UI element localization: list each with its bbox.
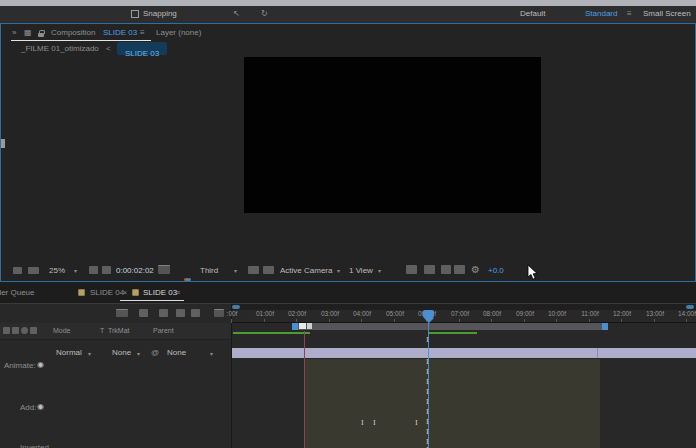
workspace-small-screen[interactable]: Small Screen	[643, 9, 691, 19]
playhead-line[interactable]	[428, 318, 429, 448]
snapping-label[interactable]: Snapping	[143, 9, 177, 19]
share-view-icon[interactable]	[406, 265, 417, 274]
parent-chevron-icon[interactable]: ▾	[210, 350, 213, 358]
breadcrumb-parent[interactable]: _FILME 01_otimizado	[21, 44, 99, 54]
always-preview-icon[interactable]	[13, 267, 22, 274]
workspace-menu-icon[interactable]: ≡	[627, 9, 632, 19]
column-trkmat[interactable]: TrkMat	[108, 327, 130, 335]
ruler-tick-label: 01:00f	[253, 310, 277, 317]
column-t[interactable]: T	[100, 327, 104, 335]
ruler-tick-label: 05:00f	[383, 310, 407, 317]
breadcrumb-current: SLIDE 03	[125, 49, 159, 58]
add-button-icon[interactable]: ◉	[37, 402, 44, 412]
region-of-interest-icon[interactable]	[102, 266, 111, 274]
resolution-chevron-icon[interactable]: ▾	[234, 267, 237, 275]
video-column-icon[interactable]	[3, 327, 10, 334]
app-toolbar: Snapping ↖ ↻ Default Standard ≡ Small Sc…	[0, 6, 696, 23]
inverted-label: Inverted	[20, 443, 49, 448]
composition-tab-label[interactable]: Composition	[51, 28, 95, 38]
tab-slide04[interactable]: SLIDE 04	[90, 288, 124, 298]
view-select[interactable]: Active Camera	[280, 266, 332, 276]
lock-icon[interactable]	[38, 33, 44, 37]
main-viewer-icon[interactable]	[28, 267, 39, 274]
ruler-tick-label: 03:00f	[318, 310, 342, 317]
resolution-select[interactable]: Third	[200, 266, 218, 276]
layer-bar-notch	[597, 348, 598, 358]
work-area-marker-box[interactable]	[299, 323, 306, 329]
exposure-gear-icon[interactable]: ⚙	[471, 264, 480, 276]
playhead-head[interactable]	[423, 310, 434, 318]
timeline-panel: :00f01:00f02:00f03:00f04:00f05:00f06:00f…	[0, 303, 696, 448]
mask-visibility-icon[interactable]	[441, 265, 451, 274]
viewer-statusbar: 25% ▾ 0:00:02:02 Third ▾ Active Camera ▾…	[1, 263, 695, 281]
panel-chevron-icon[interactable]: »	[12, 28, 16, 38]
add-label: Add:	[20, 403, 36, 413]
timeline-divider[interactable]	[231, 304, 232, 448]
work-area-start-handle[interactable]	[292, 323, 298, 330]
ruler-tick-label: 02:00f	[285, 310, 309, 317]
composition-panel: » ▦ Composition SLIDE 03 ≡ Layer (none) …	[0, 23, 696, 282]
zoom-chevron-icon[interactable]: ▾	[74, 267, 77, 275]
breadcrumb-current-chip[interactable]: SLIDE 03	[117, 42, 167, 55]
layer-tab[interactable]: Layer (none)	[156, 28, 201, 38]
column-mode[interactable]: Mode	[53, 327, 71, 335]
comp-icon-slide03	[132, 289, 139, 296]
animate-button-icon[interactable]: ◉	[37, 360, 44, 370]
ruler-tick-label: 12:00f	[610, 310, 634, 317]
composition-tab-menu-icon[interactable]: ≡	[140, 28, 145, 38]
ruler-toggle-icon[interactable]	[424, 265, 435, 274]
snapshot-icon[interactable]	[158, 265, 170, 274]
playhead-triangle	[424, 318, 434, 323]
blend-mode-select[interactable]: Normal	[56, 348, 82, 358]
snap-rotate-icon[interactable]: ↻	[261, 9, 268, 19]
snapping-checkbox[interactable]	[131, 10, 139, 18]
tab-slide03-menu-icon[interactable]: ≡	[176, 289, 180, 297]
ruler-tick-label: 10:00f	[545, 310, 569, 317]
current-time-display[interactable]: 0:00:02:02	[116, 266, 154, 276]
animate-label: Animate:	[4, 361, 36, 371]
parent-pickwhip-icon[interactable]: @	[151, 348, 159, 358]
ruler-tick-label: 09:00f	[513, 310, 537, 317]
column-parent[interactable]: Parent	[153, 327, 174, 335]
panel-grip[interactable]	[1, 139, 5, 148]
tab-close-icon[interactable]: ×	[123, 289, 127, 297]
layout-select[interactable]: 1 View	[349, 266, 373, 276]
target-region-icon[interactable]	[248, 266, 259, 274]
transparency-grid-icon[interactable]	[263, 266, 274, 274]
lock-column-icon[interactable]	[30, 327, 37, 334]
tab-render-queue[interactable]: Render Queue	[0, 288, 34, 298]
render-cache-bar-2	[428, 332, 477, 334]
work-area-marker-box2[interactable]	[307, 323, 312, 329]
trkmat-chevron-icon[interactable]: ▾	[137, 350, 140, 358]
solo-column-icon[interactable]	[21, 327, 28, 334]
after-effects-window: Adobe After Effects CC 2017 - /Users/mar…	[0, 0, 696, 448]
mouse-cursor	[527, 264, 539, 281]
workspace-standard[interactable]: Standard	[585, 9, 617, 19]
flowchart-view-icon[interactable]	[454, 265, 465, 274]
ruler-tick-label: 07:00f	[448, 310, 472, 317]
ruler-tick-label: :00f	[220, 310, 244, 317]
workspace-default[interactable]: Default	[520, 9, 545, 19]
view-chevron-icon[interactable]: ▾	[337, 267, 340, 275]
work-area-end-handle[interactable]	[602, 323, 608, 330]
work-area-bar[interactable]	[292, 323, 608, 330]
composition-stage[interactable]	[244, 57, 541, 213]
breadcrumb-separator: <	[106, 44, 111, 54]
comp-icon-slide04	[78, 289, 85, 296]
blend-mode-chevron-icon[interactable]: ▾	[88, 350, 91, 358]
snap-mode-icon[interactable]: ↖	[233, 9, 240, 19]
panel-grid-icon[interactable]: ▦	[24, 28, 32, 38]
trkmat-select[interactable]: None	[112, 348, 131, 358]
grid-guides-icon[interactable]	[89, 266, 98, 274]
column-header-row: Mode T TrkMat Parent	[0, 323, 231, 340]
composition-tab-name[interactable]: SLIDE 03	[103, 28, 137, 38]
layer-duration-bar[interactable]	[232, 348, 696, 358]
time-ruler[interactable]: :00f01:00f02:00f03:00f04:00f05:00f06:00f…	[0, 304, 696, 323]
layout-chevron-icon[interactable]: ▾	[378, 267, 381, 275]
tab-slide03[interactable]: SLIDE 03	[143, 288, 177, 298]
viewer-tab-row: » ▦ Composition SLIDE 03 ≡ Layer (none)	[1, 25, 695, 42]
zoom-select[interactable]: 25%	[49, 266, 65, 276]
parent-select[interactable]: None	[167, 348, 186, 358]
audio-column-icon[interactable]	[12, 327, 19, 334]
exposure-value[interactable]: +0.0	[488, 266, 504, 276]
